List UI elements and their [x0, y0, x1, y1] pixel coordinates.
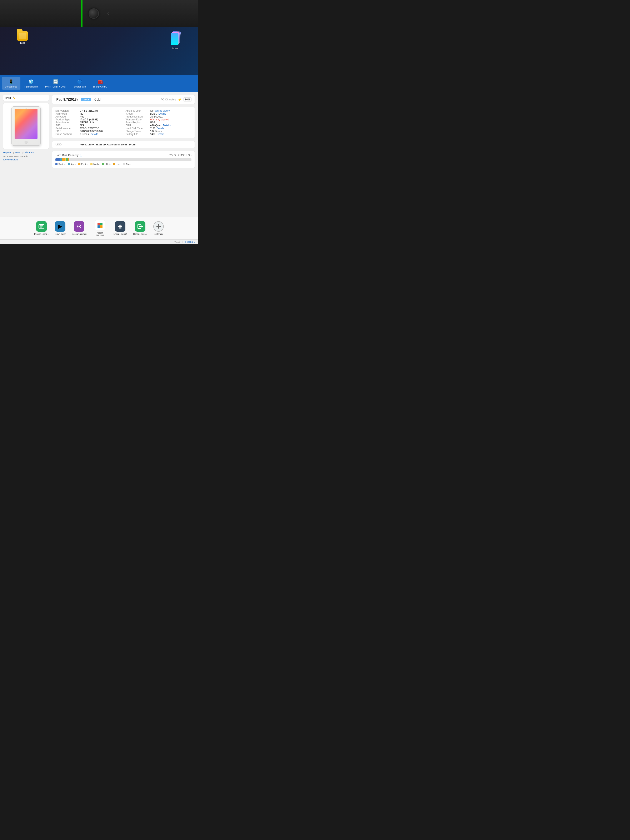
battery-link[interactable]: Details: [157, 133, 164, 136]
toolbar-apps[interactable]: 🧊 Приложения: [22, 77, 41, 90]
legend-udisk-dot: [102, 163, 104, 165]
hdd-title: Hard Disk Capacity: [55, 153, 82, 157]
device-color: Gold: [95, 98, 101, 101]
info-row-jailbroken: Jailbroken No: [55, 112, 122, 115]
bottom-toolbar: Резерв...сстан. ▶ 3uAirPlayer Создат...и…: [0, 217, 198, 239]
device-model: iPad 9.7(2018): [55, 98, 78, 101]
hdd-type-link[interactable]: Details: [156, 127, 164, 130]
hdd-capacity: 7.27 GB / 119.19 GB: [168, 154, 191, 157]
legend-free-label: Free: [126, 163, 131, 166]
crash-details-link[interactable]: Details: [90, 133, 98, 136]
legend-apps-dot: [68, 163, 70, 165]
info-row-product-type: Product Type iPad7,5 (A1893): [55, 118, 122, 121]
feedback-link[interactable]: Feedba...: [185, 241, 195, 243]
legend-apps-label: Apps: [71, 163, 76, 166]
legend-used-label: Used: [115, 163, 121, 166]
udid-row: UDID 0E662116DF7B826518CF1A400054CE703B7…: [52, 141, 195, 148]
report-link[interactable]: чет о проверке устройс: [3, 155, 49, 157]
info-row-warranty: Warranty Date Warranty expired: [126, 118, 192, 121]
toolbar-tools-label: Инструменты: [93, 85, 107, 88]
info-row-cpu: CPU A10 Quad Details: [126, 124, 192, 127]
hdd-free-seg: [69, 158, 191, 161]
camera-lens: [88, 8, 99, 19]
svg-marker-11: [118, 224, 122, 226]
bottom-icon-editor-icon[interactable]: Редакт. значков: [93, 220, 107, 236]
content-area: iPad ✏️ Перезаг. | Выкл. | Обновить чет …: [3, 95, 195, 168]
info-row-appleid: Apple ID Lock Off Online Query: [126, 109, 192, 112]
hdd-spinner: [80, 154, 82, 156]
desktop: 1234 iphone: [0, 27, 198, 75]
toolbar-tools[interactable]: 🧰 Инструменты: [90, 77, 111, 90]
legend-free-dot: [123, 163, 125, 165]
device-name-text: iPad: [5, 96, 11, 99]
svg-rect-1: [39, 226, 43, 226]
legend-system-dot: [55, 163, 57, 165]
bottom-ringtone-icon[interactable]: Создат...ингтон: [72, 221, 87, 235]
hdd-apps-seg: [60, 158, 62, 161]
backup-icon-img: [36, 221, 47, 232]
hdd-header: Hard Disk Capacity 7.27 GB / 119.19 GB: [55, 153, 191, 157]
blocker-icon-img: [115, 221, 125, 232]
off-link[interactable]: Выкл.: [15, 151, 21, 154]
info-row-activated: Activated Yes: [55, 115, 122, 118]
legend-used-dot: [113, 163, 115, 165]
appleid-link[interactable]: Online Query: [155, 109, 170, 112]
legend-system: System: [55, 163, 66, 166]
info-row-ecid: ECID 001C203034220026: [55, 130, 122, 133]
toolbar-ringtones[interactable]: 🔄 РИНГТОНЫ и Обои: [42, 77, 69, 90]
legend-apps: Apps: [68, 163, 76, 166]
udid-value: 0E662116DF7B826518CF1A400054CE703B7B4C6B: [81, 143, 136, 146]
icon-editor-img: [95, 220, 105, 231]
desktop-icon-1234[interactable]: 1234: [17, 31, 28, 44]
restart-link[interactable]: Перезаг.: [3, 151, 12, 154]
legend-photos-dot: [78, 163, 81, 165]
version-text: V3.05: [174, 241, 180, 243]
info-row-charge-times: Charge Times 134 Times: [126, 130, 192, 133]
cpu-link[interactable]: Details: [163, 124, 171, 127]
iphone-stack-icon: [170, 31, 181, 46]
idevice-details-link[interactable]: iDevice Details: [3, 158, 49, 161]
version-separator: |: [183, 241, 183, 243]
bottom-blocker-icon[interactable]: Блоки...лений: [114, 221, 127, 235]
ipad-home-button: [25, 141, 27, 144]
charging-status: PC Charging ⚡ 30%: [161, 98, 191, 101]
info-row-serial: Serial Number C39GLE21DTDC: [55, 127, 122, 130]
toolbar-smartflash-label: Smart Flash: [74, 85, 86, 88]
bottom-airplayer-icon[interactable]: ▶ 3uAirPlayer: [55, 221, 66, 235]
icloud-link[interactable]: Details: [158, 112, 166, 115]
right-panel: iPad 9.7(2018) 128GB Gold PC Charging ⚡ …: [52, 95, 195, 168]
camera-bar: [0, 0, 198, 27]
bottom-transfer-icon[interactable]: Перен...анных: [133, 221, 147, 235]
lightning-icon: ⚡: [178, 98, 182, 101]
bottom-customize-icon[interactable]: Customize: [153, 221, 164, 235]
legend-udisk-label: UDisk: [104, 163, 111, 166]
svg-point-5: [79, 226, 80, 227]
info-row-ios: iOS Version 17.4.1 (21E237): [55, 109, 122, 112]
info-row-battery-life: Battery Life 94% Details: [126, 133, 192, 136]
hdd-system-seg: [55, 158, 60, 161]
bottom-backup-icon[interactable]: Резерв...сстан.: [34, 221, 49, 235]
charging-label: PC Charging: [161, 98, 176, 101]
icon-editor-label: Редакт. значков: [93, 232, 107, 236]
legend-system-label: System: [58, 163, 66, 166]
edit-icon[interactable]: ✏️: [13, 96, 16, 99]
legend-udisk: UDisk: [102, 163, 111, 166]
airplayer-icon-img: ▶: [55, 221, 65, 232]
customize-label: Customize: [153, 233, 163, 235]
refresh-link[interactable]: Обновить: [24, 151, 34, 154]
backup-label: Резерв...сстан.: [34, 233, 49, 235]
hdd-photos-seg: [62, 158, 65, 161]
customize-icon-img: [153, 221, 164, 232]
main-toolbar: 📱 Устройство 🧊 Приложения 🔄 РИНГТОНЫ и О…: [0, 75, 198, 92]
icon-iphone-label: iphone: [172, 47, 179, 49]
info-row-hdd-type: Hard Disk Type TLC Details: [126, 127, 192, 130]
info-row-sales-model: Sales Model MRJP2 LL/A: [55, 121, 122, 124]
hdd-bar: [55, 158, 191, 161]
legend-free: Free: [123, 163, 131, 166]
toolbar-smartflash[interactable]: 🔵 Smart Flash: [70, 77, 89, 90]
desktop-icon-iphone[interactable]: iphone: [170, 31, 181, 49]
icon-1234-label: 1234: [20, 42, 25, 44]
info-col-right: Apple ID Lock Off Online Query iCloud Вы…: [126, 109, 192, 136]
toolbar-device[interactable]: 📱 Устройство: [2, 77, 21, 90]
toolbar-ringtones-label: РИНГТОНЫ и Обои: [45, 85, 66, 88]
